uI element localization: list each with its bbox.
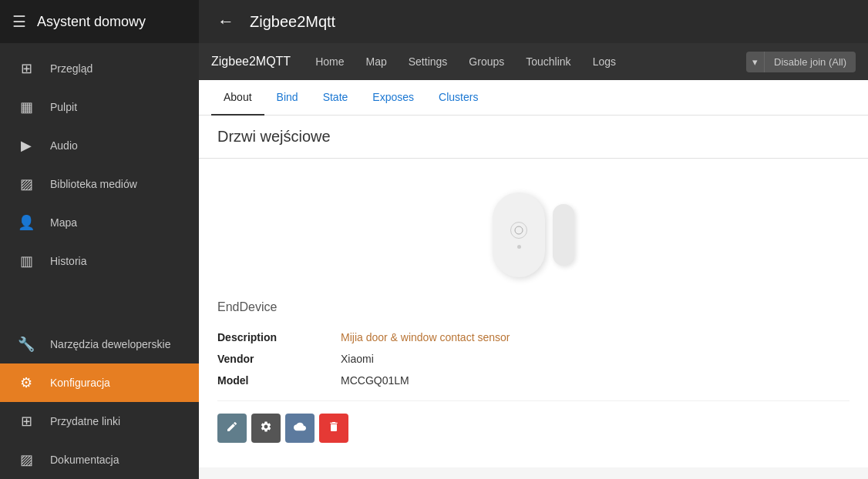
model-value: MCCGQ01LM — [341, 374, 409, 387]
model-label: Model — [217, 374, 341, 387]
dashboard-icon: ▦ — [18, 99, 35, 116]
configure-button[interactable] — [251, 414, 281, 443]
sidebar-item-historia[interactable]: ▥ Historia — [0, 242, 199, 280]
vendor-value: Xiaomi — [341, 353, 374, 365]
sidebar-item-label: Przydatne linki — [50, 415, 120, 427]
zigbee-brand: Zigbee2MQTT — [211, 55, 291, 69]
nav-map[interactable]: Map — [357, 51, 396, 72]
edit-icon — [226, 420, 238, 436]
tab-state[interactable]: State — [311, 80, 361, 116]
sidebar-item-label: Audio — [50, 139, 78, 152]
cloud-button[interactable] — [285, 414, 315, 443]
sidebar-item-label: Przegląd — [50, 62, 93, 75]
sidebar-item-dokumentacja[interactable]: ▨ Dokumentacja — [0, 440, 199, 479]
sidebar-item-label: Narzędzia deweloperskie — [50, 338, 170, 350]
disable-join-main-button[interactable]: Disable join (All) — [764, 52, 856, 72]
tab-about[interactable]: About — [211, 80, 264, 116]
edit-button[interactable] — [217, 414, 247, 443]
sidebar-item-label: Biblioteka mediów — [50, 178, 137, 190]
action-buttons — [217, 400, 849, 449]
nav-home[interactable]: Home — [306, 51, 353, 72]
svg-point-0 — [515, 226, 523, 234]
vendor-label: Vendor — [217, 353, 341, 365]
tab-exposes[interactable]: Exposes — [360, 80, 426, 116]
nav-settings[interactable]: Settings — [399, 51, 457, 72]
cloud-icon — [294, 420, 306, 436]
map-icon: 👤 — [18, 214, 35, 231]
tools-icon: 🔧 — [18, 336, 35, 353]
sidebar-item-label: Mapa — [50, 216, 77, 229]
sidebar-item-audio[interactable]: ▶ Audio — [0, 126, 199, 165]
device-info-table: Description Mijia door & window contact … — [217, 327, 849, 391]
sidebar-header: ☰ Asystent domowy — [0, 0, 199, 43]
links-icon: ⊞ — [18, 413, 35, 430]
grid-icon: ⊞ — [18, 60, 35, 77]
sidebar-item-pulpit[interactable]: ▦ Pulpit — [0, 88, 199, 126]
sidebar-item-przydatne[interactable]: ⊞ Przydatne linki — [0, 402, 199, 440]
media-icon: ▨ — [18, 176, 35, 193]
gear-icon — [260, 420, 272, 436]
sidebar-item-label: Historia — [50, 255, 86, 267]
play-icon: ▶ — [18, 137, 35, 154]
history-icon: ▥ — [18, 253, 35, 270]
sidebar-item-label: Dokumentacja — [50, 454, 119, 466]
description-value: Mijia door & window contact sensor — [341, 331, 510, 343]
sidebar-item-mapa[interactable]: 👤 Mapa — [0, 203, 199, 242]
description-label: Description — [217, 331, 341, 343]
back-button[interactable]: ← — [211, 8, 241, 35]
tabs-bar: About Bind State Exposes Clusters — [199, 80, 868, 116]
delete-button[interactable] — [319, 414, 348, 443]
topbar-title: Zigbee2Mqtt — [250, 13, 335, 31]
sidebar-title: Asystent domowy — [37, 14, 146, 30]
sidebar-item-label: Pulpit — [50, 101, 77, 113]
device-image-area — [217, 177, 849, 300]
sensor-illustration — [493, 193, 574, 277]
sidebar-item-label: Konfiguracja — [50, 377, 110, 389]
sidebar-item-konfiguracja[interactable]: ⚙ Konfiguracja — [0, 363, 199, 402]
topbar: ← Zigbee2Mqtt — [199, 0, 868, 43]
zigbee-navbar: Zigbee2MQTT Home Map Settings Groups Tou… — [199, 43, 868, 80]
device-info-description: Description Mijia door & window contact … — [217, 327, 849, 348]
sidebar-item-narzedzia[interactable]: 🔧 Narzędzia deweloperskie — [0, 325, 199, 363]
device-info-vendor: Vendor Xiaomi — [217, 348, 849, 370]
menu-icon[interactable]: ☰ — [12, 12, 26, 31]
main-content: ← Zigbee2Mqtt Zigbee2MQTT Home Map Setti… — [199, 0, 868, 479]
sidebar-item-przeglad[interactable]: ⊞ Przegląd — [0, 49, 199, 88]
device-info-model: Model MCCGQ01LM — [217, 370, 849, 391]
sidebar-navigation: ⊞ Przegląd ▦ Pulpit ▶ Audio ▨ Biblioteka… — [0, 43, 199, 479]
tab-bind[interactable]: Bind — [264, 80, 311, 116]
content-area: Drzwi wejściowe EndDevice — [199, 116, 868, 479]
settings-icon: ⚙ — [18, 374, 35, 391]
sensor-dot — [517, 245, 521, 249]
disable-join-button-group: ▾ Disable join (All) — [746, 52, 856, 72]
sidebar: ☰ Asystent domowy ⊞ Przegląd ▦ Pulpit ▶ … — [0, 0, 199, 479]
nav-logs[interactable]: Logs — [584, 51, 625, 72]
sensor-main-body — [493, 193, 545, 277]
nav-touchlink[interactable]: Touchlink — [516, 51, 580, 72]
device-card: EndDevice Description Mijia door & windo… — [199, 159, 868, 467]
device-title: Drzwi wejściowe — [199, 116, 868, 159]
tab-clusters[interactable]: Clusters — [426, 80, 490, 116]
docs-icon: ▨ — [18, 451, 35, 468]
sidebar-item-biblioteka[interactable]: ▨ Biblioteka mediów — [0, 165, 199, 203]
disable-join-dropdown[interactable]: ▾ — [746, 52, 764, 72]
nav-groups[interactable]: Groups — [459, 51, 513, 72]
sensor-secondary-body — [553, 204, 574, 266]
device-type: EndDevice — [217, 300, 849, 314]
sensor-logo — [510, 222, 527, 239]
delete-icon — [328, 420, 340, 436]
